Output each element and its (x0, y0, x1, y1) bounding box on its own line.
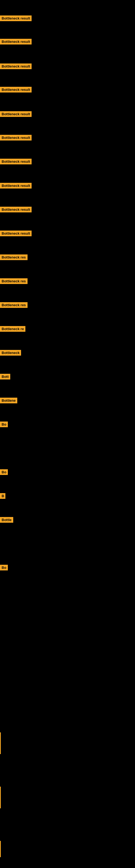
bottleneck-text-7: Bottleneck result (0, 159, 32, 164)
bottleneck-text-17: Bottlene (0, 398, 17, 403)
bottleneck-text-1: Bottleneck result (0, 16, 32, 21)
bottleneck-text-6: Bottleneck result (0, 135, 32, 141)
bottleneck-label-18: Bo (0, 422, 8, 428)
bottleneck-text-21: B (0, 493, 5, 499)
bottleneck-label-24: Bo (0, 565, 8, 571)
bottleneck-text-13: Bottleneck res (0, 302, 28, 308)
bottleneck-label-3: Bottleneck result (0, 63, 32, 70)
bottleneck-label-6: Bottleneck result (0, 135, 32, 142)
vertical-line-1 (0, 733, 1, 754)
bottleneck-label-8: Bottleneck result (0, 183, 32, 190)
bottleneck-text-9: Bottleneck result (0, 207, 32, 212)
bottleneck-label-13: Bottleneck res (0, 302, 28, 309)
bottleneck-label-10: Bottleneck result (0, 230, 32, 237)
bottleneck-label-15: Bottleneck (0, 350, 21, 357)
bottleneck-label-2: Bottleneck result (0, 39, 32, 45)
site-title (0, 0, 135, 4)
bottleneck-label-20: Bo (0, 469, 8, 476)
bottleneck-text-18: Bo (0, 422, 8, 427)
bottleneck-label-12: Bottleneck res (0, 278, 28, 285)
bottleneck-text-12: Bottleneck res (0, 278, 28, 284)
bottleneck-label-5: Bottleneck result (0, 111, 32, 118)
bottleneck-text-5: Bottleneck result (0, 111, 32, 117)
bottleneck-text-16: Bott (0, 374, 10, 379)
bottleneck-label-22: Bottle (0, 517, 13, 524)
bottleneck-text-2: Bottleneck result (0, 39, 32, 44)
bottleneck-label-4: Bottleneck result (0, 87, 32, 94)
bottleneck-text-24: Bo (0, 565, 8, 570)
bottleneck-label-16: Bott (0, 374, 10, 380)
bottleneck-label-21: B (0, 493, 5, 500)
bottleneck-label-11: Bottleneck res (0, 254, 28, 261)
bottleneck-text-10: Bottleneck result (0, 230, 32, 236)
bottleneck-label-9: Bottleneck result (0, 207, 32, 214)
bottleneck-label-7: Bottleneck result (0, 159, 32, 165)
bottleneck-label-1: Bottleneck result (0, 16, 32, 22)
bottleneck-text-20: Bo (0, 469, 8, 475)
bottleneck-text-22: Bottle (0, 517, 13, 523)
vertical-line-3 (0, 841, 1, 857)
bottleneck-text-3: Bottleneck result (0, 63, 32, 69)
bottleneck-text-4: Bottleneck result (0, 87, 32, 93)
vertical-line-2 (0, 786, 1, 808)
bottleneck-text-14: Bottleneck re (0, 326, 26, 332)
bottleneck-text-8: Bottleneck result (0, 183, 32, 188)
bottleneck-label-17: Bottlene (0, 398, 17, 404)
bottleneck-text-11: Bottleneck res (0, 254, 28, 260)
bottleneck-text-15: Bottleneck (0, 350, 21, 355)
bottleneck-label-14: Bottleneck re (0, 326, 26, 333)
